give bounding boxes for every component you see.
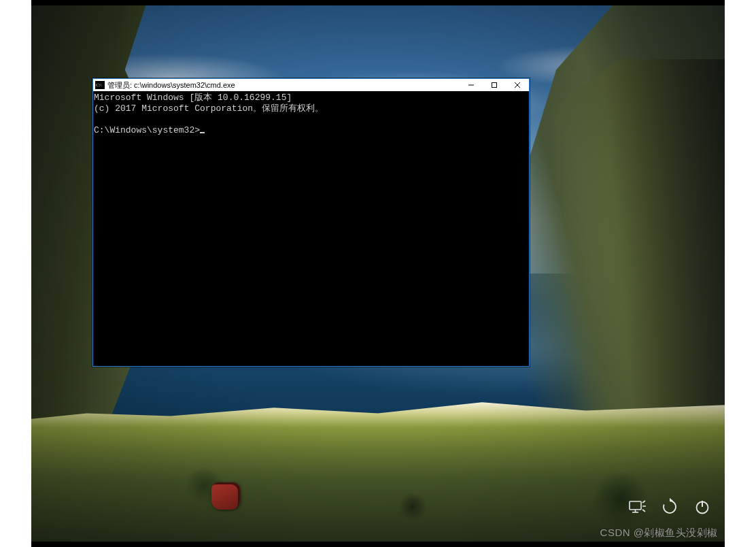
cmd-window[interactable]: 管理员: c:\windows\system32\cmd.exe Microso… <box>92 78 530 367</box>
cmd-cursor <box>200 132 205 133</box>
login-icon-bar <box>628 498 711 516</box>
network-or-restart-icon[interactable] <box>661 498 678 516</box>
cmd-line1: Microsoft Windows [版本 10.0.16299.15] <box>94 93 292 103</box>
cmd-body[interactable]: Microsoft Windows [版本 10.0.16299.15] (c)… <box>94 92 528 365</box>
cmd-title-text: 管理员: c:\windows\system32\cmd.exe <box>107 79 235 91</box>
window-controls <box>460 79 529 91</box>
maximize-button[interactable] <box>483 79 506 91</box>
cmd-line2: (c) 2017 Microsoft Corporation。保留所有权利。 <box>94 103 324 114</box>
cmd-title-icon <box>95 81 105 89</box>
close-button[interactable] <box>506 79 529 91</box>
viewport: CSDN @剁椒鱼头没剁椒 管理员: c:\windows\system32\c… <box>0 0 756 547</box>
cmd-titlebar[interactable]: 管理员: c:\windows\system32\cmd.exe <box>93 79 529 91</box>
minimize-button[interactable] <box>460 79 483 91</box>
svg-rect-6 <box>492 83 497 88</box>
power-icon[interactable] <box>693 498 711 516</box>
watermark-text: CSDN @剁椒鱼头没剁椒 <box>600 527 718 537</box>
svg-rect-0 <box>630 501 641 510</box>
ease-of-access-icon[interactable] <box>628 498 646 516</box>
cmd-prompt: C:\Windows\system32> <box>94 125 200 135</box>
